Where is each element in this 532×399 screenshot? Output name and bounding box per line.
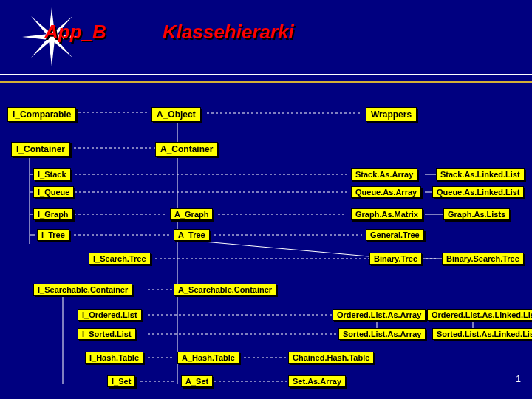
box-a-hashtable: A_Hash.Table — [177, 352, 239, 364]
box-a-tree: A_Tree — [174, 229, 210, 241]
box-stack-linked: Stack.As.Linked.List — [436, 168, 525, 180]
box-i-container: I_Container — [11, 142, 70, 157]
box-set-array: Set.As.Array — [288, 375, 346, 387]
box-ordered-array: Ordered.List.As.Array — [332, 309, 426, 321]
title-left: App_B — [44, 21, 106, 43]
box-a-object: A_Object — [151, 107, 201, 122]
title-right: Klassehierarki — [163, 21, 294, 44]
box-i-hashtable: I_Hash.Table — [85, 352, 143, 364]
box-i-sortedlist: I_Sorted.List — [78, 328, 136, 340]
box-sorted-linked: Sorted.List.As.Linked.List — [432, 328, 532, 340]
divider-white — [0, 74, 532, 75]
svg-line-13 — [196, 241, 377, 257]
box-binary-searchtree: Binary.Search.Tree — [442, 253, 524, 265]
box-a-set: A_Set — [181, 375, 213, 387]
box-ordered-linked: Ordered.List.As.Linked.List — [427, 309, 532, 321]
divider-gold — [0, 81, 532, 83]
box-i-searchtree: I_Search.Tree — [89, 253, 151, 265]
box-a-searchablecontainer: A_Searchable.Container — [174, 284, 276, 296]
box-a-container: A_Container — [155, 142, 218, 157]
page-number: 1 — [516, 374, 521, 384]
box-chained-hash: Chained.Hash.Table — [288, 352, 374, 364]
box-general-tree: General.Tree — [366, 229, 424, 241]
box-graph-lists: Graph.As.Lists — [443, 208, 510, 220]
box-sorted-array: Sorted.List.As.Array — [338, 328, 426, 340]
box-binary-tree: Binary.Tree — [369, 253, 422, 265]
box-i-orderedlist: I_Ordered.List — [78, 309, 142, 321]
box-wrappers: Wrappers — [366, 107, 417, 122]
box-i-stack: I_Stack — [33, 168, 71, 180]
box-i-graph: I_Graph — [33, 208, 73, 220]
box-i-tree: I_Tree — [37, 229, 69, 241]
box-queue-array: Queue.As.Array — [351, 186, 421, 198]
box-i-queue: I_Queue — [33, 186, 74, 198]
box-i-searchablecontainer: I_Searchable.Container — [33, 284, 132, 296]
box-i-set: I_Set — [107, 375, 135, 387]
box-a-graph: A_Graph — [170, 208, 213, 220]
box-i-comparable: I_Comparable — [7, 107, 76, 122]
box-graph-matrix: Graph.As.Matrix — [351, 208, 423, 220]
box-stack-array: Stack.As.Array — [351, 168, 417, 180]
box-queue-linked: Queue.As.Linked.List — [432, 186, 524, 198]
